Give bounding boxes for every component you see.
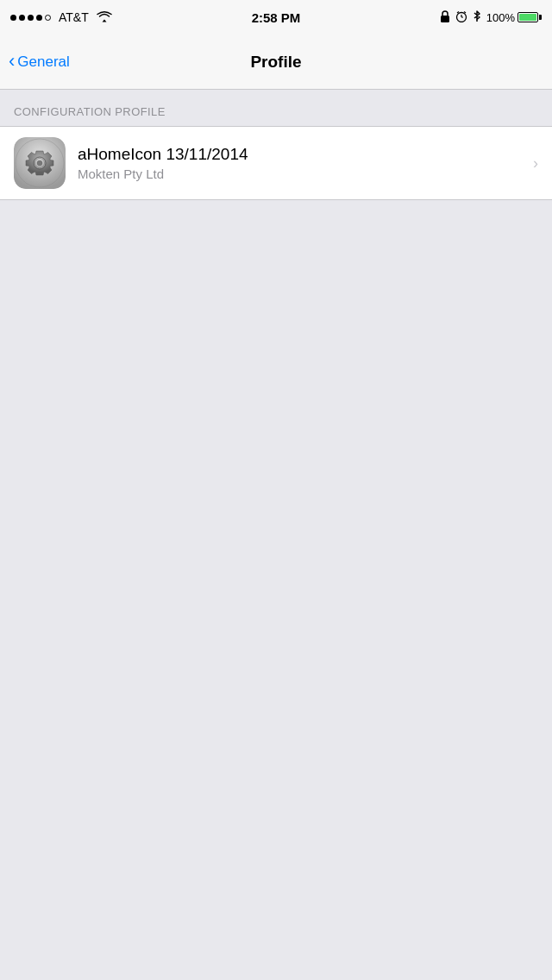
svg-line-5	[464, 11, 466, 13]
bluetooth-icon	[473, 10, 481, 25]
row-disclosure-chevron-icon: ›	[533, 154, 538, 173]
content-area: CONFIGURATION PROFILE	[0, 90, 552, 980]
section-header-label: CONFIGURATION PROFILE	[14, 105, 166, 118]
lock-icon	[440, 10, 450, 25]
status-right: 100%	[440, 10, 542, 25]
svg-line-4	[457, 11, 459, 13]
back-chevron-icon: ‹	[9, 52, 15, 71]
status-time: 2:58 PM	[252, 10, 301, 25]
status-left: AT&T	[10, 10, 112, 25]
nav-bar: ‹ General Profile	[0, 35, 552, 90]
configuration-profiles-table: aHomeIcon 13/11/2014 Mokten Pty Ltd ›	[0, 126, 552, 200]
signal-dot-3	[28, 15, 34, 21]
signal-dot-4	[36, 15, 42, 21]
status-bar: AT&T 2:58 PM	[0, 0, 552, 35]
back-button[interactable]: ‹ General	[9, 53, 70, 71]
section-header: CONFIGURATION PROFILE	[0, 90, 552, 126]
profile-row-content: aHomeIcon 13/11/2014 Mokten Pty Ltd	[78, 145, 533, 181]
signal-dot-2	[19, 15, 25, 21]
profile-developer: Mokten Pty Ltd	[78, 166, 533, 181]
page-title: Profile	[250, 53, 301, 72]
carrier-label: AT&T	[59, 10, 89, 24]
signal-dot-5	[45, 15, 51, 21]
svg-point-10	[37, 160, 42, 166]
battery-percentage: 100%	[486, 11, 515, 24]
profile-name: aHomeIcon 13/11/2014	[78, 145, 533, 164]
profile-row[interactable]: aHomeIcon 13/11/2014 Mokten Pty Ltd ›	[0, 127, 552, 199]
alarm-icon	[455, 10, 467, 25]
profile-app-icon	[14, 137, 66, 189]
svg-rect-0	[441, 16, 449, 22]
back-label: General	[17, 53, 69, 71]
wifi-icon	[97, 10, 112, 25]
signal-dots	[10, 15, 51, 21]
battery-icon	[518, 12, 542, 22]
battery-container: 100%	[486, 11, 542, 24]
signal-dot-1	[10, 15, 16, 21]
